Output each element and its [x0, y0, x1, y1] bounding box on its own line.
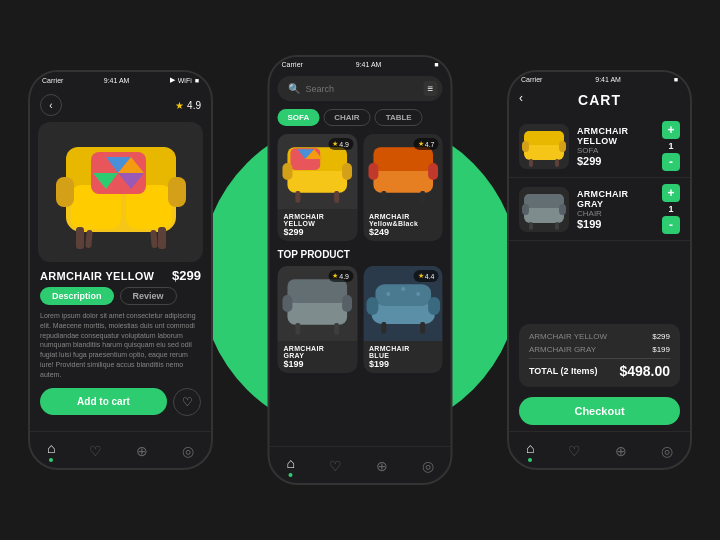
phone-right-content: ‹ CART ARMCHAIR YELLOW — [509, 87, 690, 431]
product-info-orange: ARMCHAIRYellow&Black $249 — [363, 209, 443, 241]
nav-home-left[interactable]: ⌂ — [47, 440, 55, 462]
cart-summary: ARMCHAIR YELLOW $299 ARMCHAIR GRAY $199 … — [519, 324, 680, 387]
nav-bag-mid[interactable]: ⊕ — [376, 458, 388, 474]
qty-control-2: + 1 - — [662, 184, 680, 234]
product-name-left: ARMCHAIR YELLOW — [40, 270, 154, 282]
bottom-nav-mid: ⌂ ♡ ⊕ ◎ — [270, 446, 451, 483]
cart-item-price-1: $299 — [577, 155, 654, 167]
star-small-2: ★ — [418, 140, 424, 148]
nav-user-mid[interactable]: ◎ — [422, 458, 434, 474]
product-card-name-3: ARMCHAIRGRAY — [284, 345, 352, 359]
cart-item-img-yellow — [519, 124, 569, 169]
qty-decrease-1[interactable]: - — [662, 153, 680, 171]
total-label: TOTAL (2 Items) — [529, 366, 598, 376]
nav-active-indicator-mid — [289, 473, 293, 477]
nav-bag-left[interactable]: ⊕ — [136, 443, 148, 459]
nav-active-indicator-right — [528, 458, 532, 462]
svg-rect-14 — [150, 230, 158, 248]
product-card-blue[interactable]: ARMCHAIRBLUE $199 ★4.4 — [363, 266, 443, 373]
svg-rect-49 — [529, 159, 533, 167]
phone-browse: Carrier 9:41 AM ■ 🔍 ≡ SOFA CHAIR TABLE — [268, 55, 453, 485]
bag-icon-mid: ⊕ — [376, 458, 388, 474]
cart-title: CART — [578, 92, 621, 108]
svg-rect-23 — [334, 190, 339, 202]
nav-heart-right[interactable]: ♡ — [568, 443, 581, 459]
battery-mid: ■ — [434, 61, 438, 68]
qty-increase-2[interactable]: + — [662, 184, 680, 202]
user-icon-right: ◎ — [661, 443, 673, 459]
product-info-gray: ARMCHAIRGRAY $199 — [278, 341, 358, 373]
svg-rect-55 — [529, 222, 533, 230]
svg-rect-13 — [85, 230, 93, 248]
cart-item-type-1: SOFA — [577, 146, 654, 155]
svg-rect-33 — [342, 295, 352, 312]
tab-review[interactable]: Review — [120, 287, 177, 305]
user-icon-mid: ◎ — [422, 458, 434, 474]
svg-rect-12 — [158, 227, 166, 249]
cat-chair[interactable]: CHAIR — [323, 109, 370, 126]
nav-active-indicator — [49, 458, 53, 462]
detail-header: ‹ ★ 4.9 — [30, 88, 211, 122]
cart-item-name-2: ARMCHAIR GRAY — [577, 189, 654, 209]
back-button[interactable]: ‹ — [40, 94, 62, 116]
signal-icon: ▶ — [170, 76, 175, 84]
summary-row-2: ARMCHAIR GRAY $199 — [529, 345, 670, 354]
nav-home-right[interactable]: ⌂ — [526, 440, 534, 462]
wishlist-button[interactable]: ♡ — [173, 388, 201, 416]
star-small-3: ★ — [332, 272, 338, 280]
status-bar-mid: Carrier 9:41 AM ■ — [270, 57, 451, 72]
nav-home-mid[interactable]: ⌂ — [286, 455, 294, 477]
status-icons-left: ▶ WiFi ■ — [170, 76, 199, 84]
qty-decrease-2[interactable]: - — [662, 216, 680, 234]
cat-table[interactable]: TABLE — [375, 109, 423, 126]
nav-heart-mid[interactable]: ♡ — [329, 458, 342, 474]
search-input[interactable] — [306, 84, 418, 94]
svg-rect-47 — [522, 141, 529, 152]
product-image-area — [38, 122, 203, 262]
qty-increase-1[interactable]: + — [662, 121, 680, 139]
svg-rect-20 — [282, 163, 292, 180]
product-card-name-2: ARMCHAIRYellow&Black — [369, 213, 437, 227]
cart-item-info-1: ARMCHAIR YELLOW SOFA $299 — [577, 126, 654, 167]
nav-user-right[interactable]: ◎ — [661, 443, 673, 459]
carrier-mid: Carrier — [282, 61, 303, 68]
product-card-gray[interactable]: ARMCHAIRGRAY $199 ★4.9 — [278, 266, 358, 373]
checkout-button[interactable]: Checkout — [519, 397, 680, 425]
cart-item-info-2: ARMCHAIR GRAY CHAIR $199 — [577, 189, 654, 230]
product-card-orange[interactable]: ARMCHAIRYellow&Black $249 ★4.7 — [363, 134, 443, 241]
product-card-yellow[interactable]: ARMCHAIRYELLOW $299 ★4.9 — [278, 134, 358, 241]
add-to-cart-row: Add to cart ♡ — [30, 388, 211, 424]
rating-badge-4: ★4.4 — [414, 270, 439, 282]
nav-heart-left[interactable]: ♡ — [89, 443, 102, 459]
phone-cart: Carrier 9:41 AM ■ ‹ CART — [507, 70, 692, 470]
nav-user-left[interactable]: ◎ — [182, 443, 194, 459]
qty-control-1: + 1 - — [662, 121, 680, 171]
star-icon: ★ — [175, 100, 184, 111]
summary-value-1: $299 — [652, 332, 670, 341]
svg-point-42 — [386, 292, 390, 296]
status-bar-right: Carrier 9:41 AM ■ — [509, 72, 690, 87]
filter-icon[interactable]: ≡ — [424, 81, 438, 96]
home-icon-mid: ⌂ — [286, 455, 294, 471]
cart-item-name-1: ARMCHAIR YELLOW — [577, 126, 654, 146]
svg-rect-38 — [366, 297, 378, 315]
svg-rect-22 — [295, 190, 300, 202]
time-mid: 9:41 AM — [356, 61, 382, 68]
cat-sofa[interactable]: SOFA — [278, 109, 320, 126]
svg-rect-39 — [428, 297, 440, 315]
search-bar[interactable]: 🔍 ≡ — [278, 76, 443, 101]
svg-rect-50 — [555, 159, 559, 167]
cart-yellow-chair — [519, 124, 569, 169]
cart-back-button[interactable]: ‹ — [519, 91, 523, 105]
add-to-cart-button[interactable]: Add to cart — [40, 388, 167, 415]
tab-description[interactable]: Description — [40, 287, 114, 305]
svg-rect-27 — [428, 163, 438, 180]
product-info-yellow: ARMCHAIRYELLOW $299 — [278, 209, 358, 241]
svg-rect-53 — [522, 204, 529, 215]
home-icon-left: ⌂ — [47, 440, 55, 456]
product-description: Lorem ipsum dolor sit amet consectetur a… — [30, 311, 211, 388]
svg-rect-11 — [76, 227, 84, 249]
phone-left-content: ‹ ★ 4.9 — [30, 88, 211, 431]
nav-bag-right[interactable]: ⊕ — [615, 443, 627, 459]
svg-rect-32 — [282, 295, 292, 312]
